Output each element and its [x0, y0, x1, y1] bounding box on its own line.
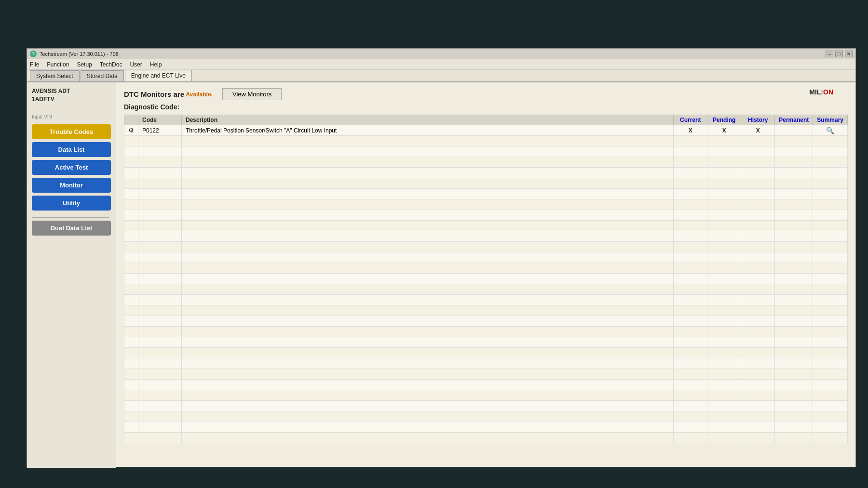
monitor-button[interactable]: Monitor [32, 178, 111, 193]
table-row [124, 358, 848, 369]
table-row [124, 136, 848, 146]
main-content: DTC Monitors are Available. View Monitor… [116, 82, 855, 468]
table-row[interactable]: ⚙ P0122 Throttle/Pedal Position Sensor/S… [124, 125, 848, 136]
table-row [124, 252, 848, 263]
menu-techdoc[interactable]: TechDoc [100, 61, 122, 68]
table-row [124, 210, 848, 221]
table-row [124, 284, 848, 295]
col-header-icon [124, 115, 138, 125]
menu-setup[interactable]: Setup [77, 61, 92, 68]
input-vin-label: Input VIN [32, 114, 111, 119]
active-test-button[interactable]: Active Test [32, 160, 111, 175]
table-row [124, 168, 848, 178]
col-header-summary: Summary [813, 115, 848, 125]
table-row [124, 316, 848, 327]
view-monitors-button[interactable]: View Monitors [222, 88, 282, 100]
menu-function[interactable]: Function [47, 61, 69, 68]
col-header-current: Current [674, 115, 707, 125]
dual-data-list-button[interactable]: Dual Data List [32, 221, 111, 236]
menu-help[interactable]: Help [150, 61, 162, 68]
app-window: T Techstream (Ver 17.30.011) - 708 ─ □ ✕… [27, 48, 856, 467]
divider [32, 217, 109, 218]
data-list-button[interactable]: Data List [32, 142, 111, 157]
dtc-table-body: ⚙ P0122 Throttle/Pedal Position Sensor/S… [124, 125, 848, 443]
table-row [124, 390, 848, 401]
close-button[interactable]: ✕ [845, 51, 853, 57]
col-header-history: History [741, 115, 775, 125]
table-row [124, 221, 848, 231]
mil-indicator: MIL:ON [809, 88, 833, 96]
minimize-button[interactable]: ─ [826, 51, 833, 57]
row-icon: ⚙ [124, 125, 138, 136]
table-row [124, 178, 848, 189]
tab-bar: System Select Stored Data Engine and ECT… [27, 70, 855, 82]
tab-stored-data[interactable]: Stored Data [81, 70, 124, 81]
table-row [124, 274, 848, 284]
col-header-code: Code [138, 115, 182, 125]
tab-engine-ect-live[interactable]: Engine and ECT Live [125, 70, 192, 81]
table-row [124, 401, 848, 411]
col-header-pending: Pending [707, 115, 741, 125]
row-summary: 🔍 [813, 125, 848, 136]
dtc-status-prefix: DTC Monitors are [124, 90, 184, 98]
dtc-table: Code Description Current Pending History… [124, 115, 848, 443]
table-row [124, 305, 848, 316]
maximize-button[interactable]: □ [835, 51, 843, 57]
row-permanent [775, 125, 813, 136]
table-row [124, 189, 848, 199]
window-title: Techstream (Ver 17.30.011) - 708 [40, 51, 826, 57]
row-current: X [674, 125, 707, 136]
dtc-header: DTC Monitors are Available. View Monitor… [124, 88, 848, 100]
sidebar: AVENSIS ADT1ADFTV Input VIN Trouble Code… [27, 82, 116, 468]
title-controls: ─ □ ✕ [826, 51, 853, 57]
diagnostic-code-label: Diagnostic Code: [124, 103, 848, 111]
table-row [124, 157, 848, 168]
row-history: X [741, 125, 775, 136]
content-area: AVENSIS ADT1ADFTV Input VIN Trouble Code… [27, 82, 855, 468]
app-icon: T [30, 51, 37, 57]
row-code: P0122 [138, 125, 182, 136]
table-row [124, 433, 848, 443]
table-row [124, 380, 848, 390]
gear-icon: ⚙ [128, 127, 134, 134]
table-row [124, 337, 848, 348]
table-row [124, 263, 848, 274]
mil-value: ON [823, 88, 833, 96]
row-description: Throttle/Pedal Position Sensor/Switch "A… [182, 125, 674, 136]
table-row [124, 348, 848, 358]
table-row [124, 369, 848, 380]
table-row [124, 146, 848, 157]
trouble-codes-button[interactable]: Trouble Codes [32, 124, 111, 139]
table-row [124, 295, 848, 305]
title-bar: T Techstream (Ver 17.30.011) - 708 ─ □ ✕ [27, 49, 855, 59]
col-header-description: Description [182, 115, 674, 125]
menu-user[interactable]: User [130, 61, 142, 68]
table-row [124, 199, 848, 210]
row-pending: X [707, 125, 741, 136]
menu-bar: File Function Setup TechDoc User Help [27, 59, 855, 70]
mil-label: MIL: [809, 88, 823, 96]
table-row [124, 242, 848, 252]
table-row [124, 422, 848, 433]
table-row [124, 327, 848, 337]
vehicle-name: AVENSIS ADT1ADFTV [32, 87, 111, 104]
col-header-permanent: Permanent [775, 115, 813, 125]
table-row [124, 231, 848, 242]
utility-button[interactable]: Utility [32, 196, 111, 211]
tab-system-select[interactable]: System Select [30, 70, 80, 81]
dtc-status-value: Available. [186, 91, 213, 98]
table-row [124, 411, 848, 422]
vehicle-info: AVENSIS ADT1ADFTV [32, 87, 111, 104]
menu-file[interactable]: File [30, 61, 39, 68]
